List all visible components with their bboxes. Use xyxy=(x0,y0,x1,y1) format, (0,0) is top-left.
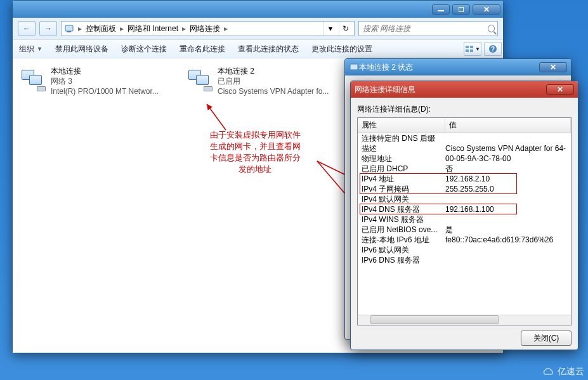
connection-text: 本地连接 网络 3 Intel(R) PRO/1000 MT Networ... xyxy=(51,66,159,96)
details-header-row: 属性 值 xyxy=(358,118,571,133)
chevron-right-icon: ▸ xyxy=(224,24,228,33)
value-cell: 否 xyxy=(445,164,567,174)
breadcrumb-item[interactable]: 控制面板 xyxy=(86,23,116,34)
main-titlebar: ✕ xyxy=(13,1,503,18)
value-cell xyxy=(445,133,567,143)
property-cell: 连接特定的 DNS 后缀 xyxy=(362,133,445,143)
value-cell xyxy=(445,255,567,265)
view-status-button[interactable]: 查看此连接的状态 xyxy=(232,39,305,58)
property-cell: 连接-本地 IPv6 地址 xyxy=(362,235,445,245)
property-cell: IPv6 DNS 服务器 xyxy=(362,255,445,265)
table-row[interactable]: 已启用 DHCP否 xyxy=(358,164,571,174)
value-cell: 255.255.255.0 xyxy=(445,184,567,194)
table-row[interactable]: IPv4 DNS 服务器192.168.1.100 xyxy=(358,204,571,214)
breadcrumb-item[interactable]: 网络连接 xyxy=(190,23,220,34)
caret-down-icon: ▼ xyxy=(37,46,42,52)
details-list[interactable]: 属性 值 连接特定的 DNS 后缀描述Cisco Systems VPN Ada… xyxy=(357,117,572,325)
connection-item[interactable]: 本地连接 网络 3 Intel(R) PRO/1000 MT Networ... xyxy=(18,63,180,348)
search-input[interactable] xyxy=(362,23,485,34)
toolbar-label: 组织 xyxy=(19,44,34,55)
table-row[interactable]: 连接-本地 IPv6 地址fe80::70ac:e4a6:d619:73d6%2… xyxy=(358,235,571,245)
svg-rect-1 xyxy=(67,31,71,32)
svg-rect-4 xyxy=(466,49,469,52)
table-row[interactable]: IPv4 WINS 服务器 xyxy=(358,214,571,225)
forward-button[interactable]: → xyxy=(39,21,57,36)
table-row[interactable]: 描述Cisco Systems VPN Adapter for 64- xyxy=(358,143,571,154)
value-cell: 00-05-9A-3C-78-00 xyxy=(445,154,567,164)
svg-rect-0 xyxy=(65,25,73,31)
property-cell: 描述 xyxy=(362,143,445,154)
network-icon xyxy=(349,62,359,72)
scrollbar-thumb[interactable] xyxy=(370,315,499,324)
table-row[interactable]: 物理地址00-05-9A-3C-78-00 xyxy=(358,154,571,164)
connection-name: 本地连接 2 xyxy=(218,66,329,76)
network-adapter-icon xyxy=(187,66,212,91)
toolbar: 组织 ▼ 禁用此网络设备 诊断这个连接 重命名此连接 查看此连接的状态 更改此连… xyxy=(13,39,503,58)
details-heading: 网络连接详细信息(D): xyxy=(357,104,572,115)
connection-device: Cisco Systems VPN Adapter fo... xyxy=(218,86,329,96)
refresh-button[interactable]: ↻ xyxy=(339,22,351,36)
column-value[interactable]: 值 xyxy=(445,118,571,133)
value-cell: 192.168.1.100 xyxy=(445,204,567,214)
value-cell xyxy=(445,194,567,204)
value-cell: 192.168.2.10 xyxy=(445,174,567,184)
annotation-text: 由于安装虚拟专用网软件生成的网卡，并且查看网卡信息是否为路由器所分发的地址 xyxy=(192,129,318,175)
close-button[interactable]: ✕ xyxy=(539,62,567,72)
maximize-button[interactable] xyxy=(452,4,470,15)
chevron-right-icon: ▸ xyxy=(120,24,124,33)
network-adapter-icon xyxy=(20,66,46,91)
value-cell xyxy=(445,245,567,255)
property-cell: 已启用 DHCP xyxy=(362,164,445,174)
svg-rect-11 xyxy=(350,64,358,70)
network-icon xyxy=(64,23,74,34)
address-bar-row: ← → ▸ 控制面板 ▸ 网络和 Internet ▸ 网络连接 ▸ ▾ ↻ xyxy=(13,18,503,39)
table-row[interactable]: 连接特定的 DNS 后缀 xyxy=(358,133,571,143)
property-cell: 已启用 NetBIOS ove... xyxy=(362,225,445,235)
change-settings-button[interactable]: 更改此连接的设置 xyxy=(305,39,379,58)
value-cell: fe80::70ac:e4a6:d619:73d6%26 xyxy=(445,235,567,245)
rename-button[interactable]: 重命名此连接 xyxy=(173,39,232,58)
view-options-button[interactable]: ▼ xyxy=(464,42,481,56)
table-row[interactable]: IPv6 DNS 服务器 xyxy=(358,255,571,265)
value-cell: Cisco Systems VPN Adapter for 64- xyxy=(445,143,567,154)
back-button[interactable]: ← xyxy=(18,21,36,36)
connection-status: 已启用 xyxy=(218,76,329,86)
connection-device: Intel(R) PRO/1000 MT Networ... xyxy=(51,86,159,96)
table-row[interactable]: IPv4 地址192.168.2.10 xyxy=(358,174,571,184)
breadcrumb-bar[interactable]: ▸ 控制面板 ▸ 网络和 Internet ▸ 网络连接 ▸ ▾ ↻ xyxy=(61,21,355,36)
minimize-button[interactable] xyxy=(432,4,450,15)
chevron-right-icon: ▸ xyxy=(182,24,186,33)
property-cell: IPv4 DNS 服务器 xyxy=(362,204,445,214)
close-button[interactable]: ✕ xyxy=(473,4,500,15)
property-cell: IPv4 地址 xyxy=(362,174,445,184)
close-details-button[interactable]: 关闭(C) xyxy=(521,331,572,346)
table-row[interactable]: IPv4 子网掩码255.255.255.0 xyxy=(358,184,571,194)
address-dropdown[interactable]: ▾ xyxy=(323,22,336,36)
column-property[interactable]: 属性 xyxy=(358,118,445,133)
connection-name: 本地连接 xyxy=(51,66,159,76)
horizontal-scrollbar[interactable] xyxy=(358,315,571,325)
close-button[interactable]: ✕ xyxy=(546,84,574,95)
watermark-text: 亿速云 xyxy=(558,366,584,377)
disable-device-button[interactable]: 禁用此网络设备 xyxy=(49,39,115,58)
table-row[interactable]: IPv4 默认网关 xyxy=(358,194,571,204)
property-cell: IPv4 默认网关 xyxy=(362,194,445,204)
table-row[interactable]: 已启用 NetBIOS ove...是 xyxy=(358,225,571,235)
details-window-title: 网络连接详细信息 xyxy=(355,84,546,95)
svg-text:?: ? xyxy=(491,46,495,53)
search-icon xyxy=(488,25,495,32)
property-cell: IPv6 默认网关 xyxy=(362,245,445,255)
organize-button[interactable]: 组织 ▼ xyxy=(13,39,49,58)
table-row[interactable]: IPv6 默认网关 xyxy=(358,245,571,255)
status-window-title: 本地连接 2 状态 xyxy=(359,62,539,73)
search-box[interactable] xyxy=(358,21,498,36)
breadcrumb-item[interactable]: 网络和 Internet xyxy=(127,23,178,34)
connection-item[interactable]: 本地连接 2 已启用 Cisco Systems VPN Adapter fo.… xyxy=(185,63,346,348)
diagnose-button[interactable]: 诊断这个连接 xyxy=(115,39,173,58)
property-cell: IPv4 WINS 服务器 xyxy=(362,214,445,225)
property-cell: IPv4 子网掩码 xyxy=(362,184,445,194)
help-button[interactable]: ? xyxy=(484,42,502,56)
svg-rect-2 xyxy=(466,46,469,48)
value-cell xyxy=(445,214,567,225)
svg-rect-3 xyxy=(470,46,473,48)
